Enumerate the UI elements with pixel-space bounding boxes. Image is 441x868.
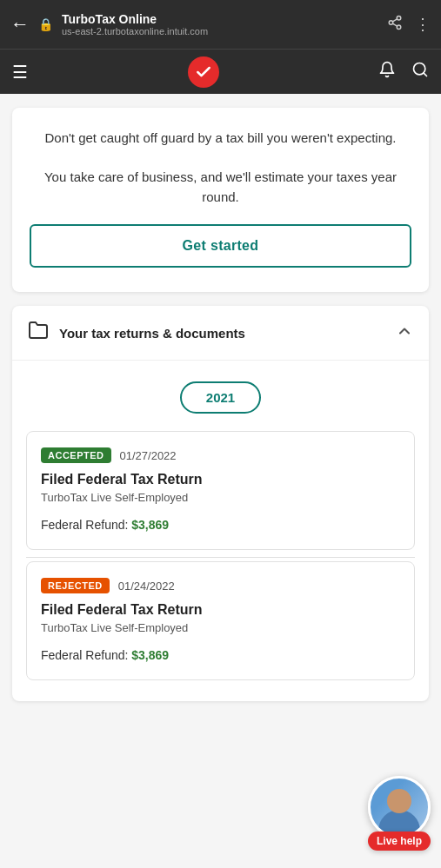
refund-label-2: Federal Refund:	[41, 648, 128, 662]
live-help-badge[interactable]: Live help	[368, 832, 431, 851]
browser-bar: ← 🔒 TurboTax Online us-east-2.turbotaxon…	[0, 0, 441, 49]
year-pill[interactable]: 2021	[180, 381, 261, 414]
tax-section-header-left: Your tax returns & documents	[28, 320, 245, 346]
browser-title-block: TurboTax Online us-east-2.turbotaxonline…	[62, 12, 378, 37]
chevron-up-icon[interactable]	[396, 322, 413, 344]
year-pill-container: 2021	[12, 361, 429, 431]
svg-line-4	[392, 18, 397, 21]
avatar-head	[387, 789, 411, 813]
card-divider	[26, 557, 415, 558]
avatar-person	[377, 784, 422, 836]
bottom-spacer	[12, 687, 429, 701]
tax-section-title: Your tax returns & documents	[59, 326, 245, 341]
lock-icon: 🔒	[38, 17, 53, 31]
get-started-button[interactable]: Get started	[30, 224, 411, 268]
browser-url: us-east-2.turbotaxonline.intuit.com	[62, 26, 378, 36]
return-date-1: 01/27/2022	[120, 449, 177, 462]
tax-return-card-accepted: ACCEPTED 01/27/2022 Filed Federal Tax Re…	[26, 431, 415, 550]
browser-back-button[interactable]: ←	[10, 13, 30, 36]
refund-label-1: Federal Refund:	[41, 518, 128, 532]
promo-line2: You take care of business, and we'll est…	[44, 169, 397, 204]
return-card-header-2: REJECTED 01/24/2022	[41, 578, 400, 593]
return-subtitle-2: TurboTax Live Self-Employed	[41, 621, 400, 634]
return-card-header-1: ACCEPTED 01/27/2022	[41, 447, 400, 463]
return-title-2: Filed Federal Tax Return	[41, 602, 400, 618]
promo-line1: Don't get caught off guard by a tax bill…	[44, 130, 396, 145]
svg-line-6	[424, 73, 427, 76]
live-help-avatar[interactable]	[368, 776, 431, 838]
promo-text: Don't get caught off guard by a tax bill…	[30, 129, 411, 207]
return-date-2: 01/24/2022	[118, 580, 175, 593]
refund-amount-1: $3,869	[131, 518, 169, 532]
bell-icon[interactable]	[378, 61, 396, 83]
tax-returns-section: Your tax returns & documents 2021 ACCEPT…	[12, 306, 429, 701]
return-subtitle-1: TurboTax Live Self-Employed	[41, 491, 400, 504]
more-options-icon[interactable]: ⋮	[415, 15, 431, 35]
app-header-right	[378, 61, 429, 83]
turbotax-logo	[188, 56, 219, 88]
folder-icon	[28, 320, 49, 346]
browser-icons: ⋮	[387, 15, 431, 35]
svg-line-3	[392, 23, 397, 26]
search-icon[interactable]	[411, 61, 429, 83]
app-header: ☰	[0, 49, 441, 94]
return-refund-2: Federal Refund: $3,869	[41, 648, 400, 662]
main-content: Don't get caught off guard by a tax bill…	[0, 108, 441, 785]
hamburger-menu-icon[interactable]: ☰	[12, 62, 28, 83]
status-badge-rejected: REJECTED	[41, 578, 110, 593]
promo-card: Don't get caught off guard by a tax bill…	[12, 108, 429, 292]
tax-return-card-rejected: REJECTED 01/24/2022 Filed Federal Tax Re…	[26, 561, 415, 680]
return-title-1: Filed Federal Tax Return	[41, 472, 400, 487]
return-refund-1: Federal Refund: $3,869	[41, 518, 400, 532]
live-help-container[interactable]: Live help	[368, 776, 431, 851]
share-icon[interactable]	[387, 15, 403, 35]
browser-title: TurboTax Online	[62, 12, 378, 27]
status-badge-accepted: ACCEPTED	[41, 447, 111, 463]
refund-amount-2: $3,869	[131, 648, 169, 662]
tax-section-header[interactable]: Your tax returns & documents	[12, 306, 429, 361]
